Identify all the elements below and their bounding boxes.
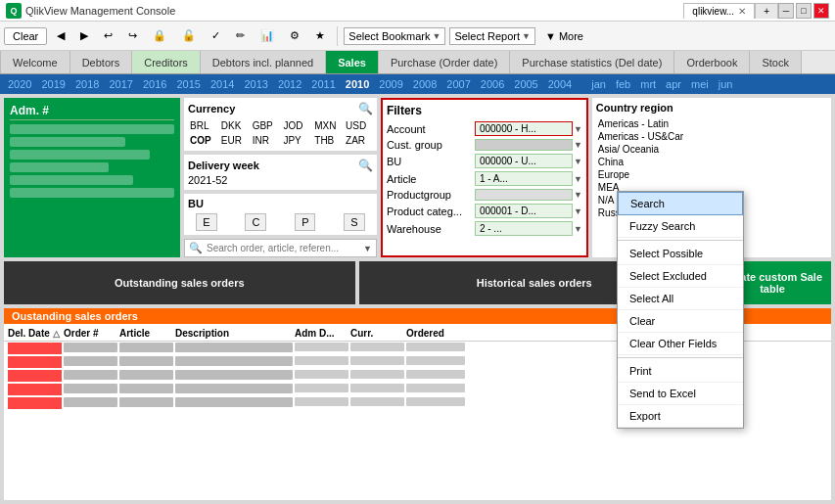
filter-productcateg-value[interactable]: 000001 - D... <box>475 204 573 218</box>
year-2005[interactable]: 2005 <box>510 78 541 90</box>
search-bar[interactable]: 🔍 ▼ <box>184 239 377 257</box>
currency-BRL[interactable]: BRL <box>188 119 217 132</box>
year-2007[interactable]: 2007 <box>442 78 474 90</box>
redo-button[interactable]: ↪ <box>122 27 143 44</box>
year-2004[interactable]: 2004 <box>544 78 576 90</box>
chart-button[interactable]: 📊 <box>255 27 280 44</box>
month-jun[interactable]: jun <box>715 78 737 90</box>
more-button[interactable]: ▼ More <box>539 28 589 44</box>
context-search[interactable]: Search <box>618 192 743 215</box>
star-button[interactable]: ★ <box>309 27 331 44</box>
filter-account-arrow[interactable]: ▼ <box>574 124 582 134</box>
report-select[interactable]: Select Report ▼ <box>449 27 535 45</box>
year-2014[interactable]: 2014 <box>207 78 238 90</box>
tab-welcome[interactable]: Welcome <box>0 51 70 73</box>
filter-warehouse-value[interactable]: 2 - ... <box>475 221 573 236</box>
search-input[interactable] <box>207 243 363 253</box>
country-americas-us[interactable]: Americas - US&Car <box>596 130 827 143</box>
country-china[interactable]: China <box>596 156 827 168</box>
currency-MXN[interactable]: MXN <box>312 119 342 132</box>
currency-JOD[interactable]: JOD <box>281 119 310 132</box>
outstanding-button[interactable]: Outstanding sales orders <box>4 261 355 304</box>
country-americas-latin[interactable]: Americas - Latin <box>596 117 827 130</box>
filter-article-value[interactable]: 1 - A... <box>475 171 573 186</box>
year-2008[interactable]: 2008 <box>409 78 441 90</box>
month-feb[interactable]: feb <box>612 78 634 90</box>
context-select-possible[interactable]: Select Possible <box>618 243 743 265</box>
year-2013[interactable]: 2013 <box>240 78 271 90</box>
delivery-search-icon[interactable]: 🔍 <box>358 159 373 172</box>
tab-creditors[interactable]: Creditors <box>132 51 201 73</box>
year-2016[interactable]: 2016 <box>139 78 170 90</box>
context-send-to-excel[interactable]: Send to Excel <box>618 383 743 405</box>
country-asia[interactable]: Asia/ Oceania <box>596 143 827 156</box>
search-dropdown-arrow[interactable]: ▼ <box>363 244 372 253</box>
back-button[interactable]: ◀ <box>51 27 70 44</box>
tab-debtors-planned[interactable]: Debtors incl. planned <box>201 51 326 73</box>
filter-warehouse-arrow[interactable]: ▼ <box>574 224 582 234</box>
bu-E[interactable]: E <box>196 213 216 231</box>
currency-ZAR[interactable]: ZAR <box>344 134 373 147</box>
bu-S[interactable]: S <box>344 213 364 231</box>
filter-article-arrow[interactable]: ▼ <box>574 174 582 184</box>
filter-productcateg-arrow[interactable]: ▼ <box>574 206 582 216</box>
currency-COP[interactable]: COP <box>188 134 217 147</box>
cog-button[interactable]: ⚙ <box>284 27 305 44</box>
currency-search-icon[interactable]: 🔍 <box>358 102 373 115</box>
year-2018[interactable]: 2018 <box>71 78 103 90</box>
unlock-button[interactable]: 🔓 <box>176 27 202 44</box>
year-2009[interactable]: 2009 <box>375 78 406 90</box>
clear-button[interactable]: Clear <box>4 27 47 45</box>
year-2019[interactable]: 2019 <box>37 78 69 90</box>
filter-productgroup-arrow[interactable]: ▼ <box>574 190 582 200</box>
close-icon[interactable]: ✕ <box>738 6 746 17</box>
filter-account-value[interactable]: 000000 - H... <box>475 121 573 136</box>
year-2020[interactable]: 2020 <box>4 78 35 90</box>
bookmark-select[interactable]: Select Bookmark ▼ <box>344 27 445 45</box>
minimize-button[interactable]: ─ <box>778 3 794 19</box>
tab-debtors[interactable]: Debtors <box>70 51 133 73</box>
sort-icon-del[interactable]: △ <box>53 329 60 339</box>
context-fuzzy-search[interactable]: Fuzzy Search <box>618 215 743 238</box>
year-2006[interactable]: 2006 <box>477 78 508 90</box>
filter-custgroup-arrow[interactable]: ▼ <box>574 140 582 150</box>
currency-INR[interactable]: INR <box>251 134 280 147</box>
currency-JPY[interactable]: JPY <box>281 134 310 147</box>
tab-purchase-order[interactable]: Purchase (Order date) <box>379 51 510 73</box>
forward-button[interactable]: ▶ <box>74 27 94 44</box>
year-2010[interactable]: 2010 <box>342 78 373 90</box>
year-2011[interactable]: 2011 <box>307 78 339 90</box>
context-clear[interactable]: Clear <box>618 310 743 333</box>
context-clear-other-fields[interactable]: Clear Other Fields <box>618 333 743 355</box>
edit-button[interactable]: ✏ <box>230 27 251 44</box>
filter-custgroup-value[interactable] <box>475 139 573 151</box>
month-mrt[interactable]: mrt <box>636 78 660 90</box>
bu-P[interactable]: P <box>295 213 315 231</box>
tab-purchase-stats[interactable]: Purchase statistics (Del date) <box>510 51 674 73</box>
month-apr[interactable]: apr <box>662 78 685 90</box>
undo-button[interactable]: ↩ <box>98 27 118 44</box>
currency-DKK[interactable]: DKK <box>219 119 249 132</box>
close-button[interactable]: ✕ <box>813 3 829 19</box>
filter-productgroup-value[interactable] <box>475 189 573 201</box>
check-button[interactable]: ✓ <box>206 27 226 44</box>
tab-stock[interactable]: Stock <box>750 51 802 73</box>
year-2017[interactable]: 2017 <box>105 78 136 90</box>
year-2012[interactable]: 2012 <box>274 78 305 90</box>
currency-THB[interactable]: THB <box>312 134 342 147</box>
context-export[interactable]: Export <box>618 405 743 428</box>
country-europe[interactable]: Europe <box>596 168 827 181</box>
filter-bu-value[interactable]: 000000 - U... <box>475 154 573 168</box>
filter-bu-arrow[interactable]: ▼ <box>574 157 582 166</box>
context-select-excluded[interactable]: Select Excluded <box>618 265 743 288</box>
maximize-button[interactable]: □ <box>796 3 812 19</box>
currency-USD[interactable]: USD <box>344 119 373 132</box>
browser-tab-new[interactable]: + <box>755 3 778 19</box>
currency-GBP[interactable]: GBP <box>251 119 280 132</box>
browser-tab-active[interactable]: qlikview... ✕ <box>683 3 755 19</box>
currency-EUR[interactable]: EUR <box>219 134 249 147</box>
bu-C[interactable]: C <box>245 213 266 231</box>
month-mei[interactable]: mei <box>687 78 713 90</box>
lock-button[interactable]: 🔒 <box>147 27 172 44</box>
context-print[interactable]: Print <box>618 360 743 383</box>
